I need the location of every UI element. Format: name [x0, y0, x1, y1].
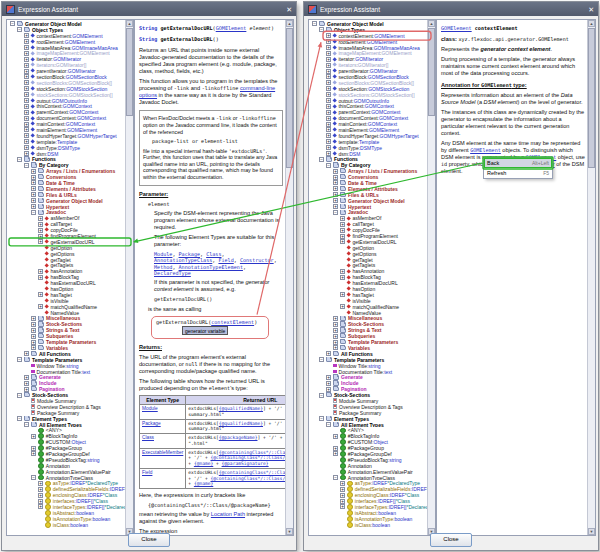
tree-toggle-icon[interactable]: + [31, 345, 36, 350]
tree-toggle-icon[interactable]: + [38, 234, 43, 239]
tree-toggle-icon[interactable]: + [326, 69, 331, 74]
doc-link[interactable]: {@name} [194, 481, 213, 486]
doc-link[interactable]: Constructor [240, 257, 274, 263]
tree-toggle-icon[interactable]: − [319, 357, 324, 362]
menu-item-back[interactable]: Back Alt+Left [484, 158, 552, 168]
tree-toggle-icon[interactable]: + [31, 204, 36, 209]
tree-toggle-icon[interactable]: + [38, 493, 43, 498]
menu-item-refresh[interactable]: Refresh F5 [484, 168, 552, 178]
scroll-up-icon[interactable]: ▲ [126, 20, 133, 27]
tree-toggle-icon[interactable]: + [326, 375, 331, 380]
tree-toggle-icon[interactable]: + [24, 375, 29, 380]
doc-link[interactable]: Field [218, 257, 233, 263]
tree-toggle-icon[interactable]: + [24, 151, 29, 156]
tree-toggle-icon[interactable]: + [24, 69, 29, 74]
tree-toggle-icon[interactable]: + [326, 98, 331, 103]
tree-toggle-icon[interactable]: + [31, 328, 36, 333]
tree-toggle-icon[interactable]: + [24, 33, 29, 38]
tree-toggle-icon[interactable]: + [31, 175, 36, 180]
tree-toggle-icon[interactable]: − [17, 357, 22, 362]
tree-toggle-icon[interactable]: − [319, 393, 324, 398]
tree-toggle-icon[interactable]: + [326, 381, 331, 386]
tree-toggle-icon[interactable]: + [31, 434, 36, 439]
close-button[interactable]: Close [128, 533, 170, 547]
documentation-panel[interactable]: GOMElement contextElementclass: xyz.flex… [436, 19, 596, 536]
tree-toggle-icon[interactable]: + [24, 351, 29, 356]
tree-toggle-icon[interactable]: + [24, 139, 29, 144]
tree-toggle-icon[interactable]: + [340, 304, 345, 309]
doc-link[interactable]: {@containingClass*/::Class/@name} [210, 455, 294, 460]
tree-toggle-icon[interactable]: + [24, 86, 29, 91]
doc-scrollbar[interactable]: ▲ ▼ [587, 20, 595, 535]
tree-toggle-icon[interactable]: + [326, 39, 331, 44]
tree-toggle-icon[interactable]: + [340, 499, 345, 504]
doc-link[interactable]: Module [154, 251, 172, 257]
tree-toggle-icon[interactable]: + [38, 487, 43, 492]
tree-toggle-icon[interactable]: + [31, 180, 36, 185]
doc-link[interactable]: GOMElement [470, 147, 501, 153]
tree-toggle-icon[interactable]: + [326, 110, 331, 115]
tree-toggle-icon[interactable]: + [24, 39, 29, 44]
tree-toggle-icon[interactable]: + [333, 169, 338, 174]
doc-link[interactable]: {@packageName} [219, 435, 258, 440]
tree-toggle-icon[interactable]: + [24, 127, 29, 132]
tree-toggle-icon[interactable]: + [31, 169, 36, 174]
tree-toggle-icon[interactable]: + [326, 74, 331, 79]
tree-toggle-icon[interactable]: + [326, 127, 331, 132]
tree-toggle-icon[interactable]: + [340, 228, 345, 233]
doc-scrollbar[interactable]: ▲ ▼ [285, 20, 293, 535]
doc-link[interactable]: AnnotationTypeClass [154, 257, 212, 263]
tree-toggle-icon[interactable]: + [326, 104, 331, 109]
scroll-up-icon[interactable]: ▲ [286, 20, 293, 27]
tree-toggle-icon[interactable]: + [333, 204, 338, 209]
doc-link[interactable]: Field [142, 470, 152, 475]
tree-toggle-icon[interactable]: + [333, 322, 338, 327]
tree-toggle-icon[interactable]: + [340, 269, 345, 274]
close-button[interactable]: Close [430, 533, 472, 547]
tree-toggle-icon[interactable]: + [326, 139, 331, 144]
tree-toggle-icon[interactable]: + [38, 222, 43, 227]
doc-link[interactable]: Method [154, 264, 172, 270]
scrollbar-thumb[interactable] [428, 28, 435, 116]
tree-toggle-icon[interactable]: + [333, 175, 338, 180]
expression-tree-panel[interactable]: −Generator Object Model−Object Types+con… [308, 19, 436, 536]
tree-toggle-icon[interactable]: + [31, 451, 36, 456]
tree-toggle-icon[interactable]: + [31, 322, 36, 327]
tree-toggle-icon[interactable]: + [326, 133, 331, 138]
doc-link[interactable]: {@containingClass*/::Class/@packageName} [219, 450, 294, 455]
tree-toggle-icon[interactable]: + [340, 481, 345, 486]
tree-toggle-icon[interactable]: + [31, 316, 36, 321]
tree-toggle-icon[interactable]: + [326, 86, 331, 91]
tree-toggle-icon[interactable]: + [31, 192, 36, 197]
doc-link[interactable]: Location Path [211, 511, 245, 517]
tree-toggle-icon[interactable]: + [333, 451, 338, 456]
expression-tree-panel[interactable]: −Generator Object Model−Object Types+con… [6, 19, 134, 536]
tree-toggle-icon[interactable]: + [340, 216, 345, 221]
tree-toggle-icon[interactable]: + [326, 45, 331, 50]
tree-toggle-icon[interactable]: + [340, 487, 345, 492]
tree-toggle-icon[interactable]: + [31, 340, 36, 345]
tree-toggle-icon[interactable]: + [38, 499, 43, 504]
doc-link[interactable]: GOMElement [216, 25, 247, 31]
tree-toggle-icon[interactable]: + [333, 434, 338, 439]
tree-toggle-icon[interactable]: + [24, 133, 29, 138]
scroll-up-icon[interactable]: ▲ [588, 20, 595, 27]
tree-toggle-icon[interactable]: + [38, 275, 43, 280]
tree-toggle-icon[interactable]: − [17, 393, 22, 398]
tree-scrollbar[interactable]: ▲ ▼ [125, 20, 133, 535]
tree-toggle-icon[interactable]: + [326, 51, 331, 56]
tree-toggle-icon[interactable]: + [24, 57, 29, 62]
tree-toggle-icon[interactable]: + [326, 80, 331, 85]
tree-toggle-icon[interactable]: − [312, 21, 317, 26]
tree-toggle-icon[interactable]: + [326, 116, 331, 121]
tree-toggle-icon[interactable]: + [24, 122, 29, 127]
tree-toggle-icon[interactable]: − [17, 27, 22, 32]
tree-toggle-icon[interactable]: + [24, 387, 29, 392]
title-bar[interactable]: Expression Assistant ✕ [2, 2, 296, 16]
tree-toggle-icon[interactable]: + [340, 239, 345, 244]
tree-toggle-icon[interactable]: − [24, 422, 29, 427]
tree-toggle-icon[interactable]: + [38, 228, 43, 233]
tree-toggle-icon[interactable]: + [24, 51, 29, 56]
tree-toggle-icon[interactable]: − [333, 210, 338, 215]
tree-toggle-icon[interactable]: + [333, 198, 338, 203]
